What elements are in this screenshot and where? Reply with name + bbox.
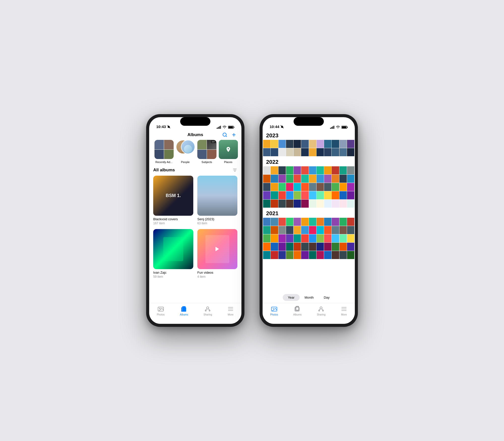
photo-cell[interactable] [271, 191, 278, 199]
photo-cell[interactable] [278, 243, 286, 251]
photo-cell[interactable] [278, 183, 286, 191]
photo-cell[interactable] [286, 183, 293, 191]
album-card-ivan[interactable]: Ivan Zajc 59 item [153, 229, 193, 278]
photo-cell[interactable] [317, 234, 324, 242]
photo-cell[interactable] [263, 243, 270, 251]
photo-cell[interactable] [286, 251, 293, 259]
photo-cell[interactable] [339, 226, 347, 234]
photo-cell[interactable] [332, 234, 339, 242]
photo-cell[interactable] [339, 140, 347, 148]
photo-cell[interactable] [324, 234, 331, 242]
photo-cell[interactable] [347, 234, 354, 242]
photo-cell[interactable] [301, 148, 308, 156]
photo-cell[interactable] [278, 226, 286, 234]
photo-cell[interactable] [339, 218, 347, 226]
photo-cell[interactable] [317, 200, 324, 208]
photo-cell[interactable] [263, 200, 270, 208]
photo-cell[interactable] [278, 234, 286, 242]
time-btn-day[interactable]: Day [319, 294, 335, 301]
photo-cell[interactable] [339, 191, 347, 199]
photo-cell[interactable] [332, 140, 339, 148]
photo-cell[interactable] [309, 234, 316, 242]
photo-cell[interactable] [324, 218, 331, 226]
photo-cell[interactable] [309, 226, 316, 234]
photo-cell[interactable] [278, 166, 286, 174]
photo-cell[interactable] [317, 243, 324, 251]
photo-cell[interactable] [317, 251, 324, 259]
photo-cell[interactable] [271, 251, 278, 259]
photo-cell[interactable] [339, 166, 347, 174]
photo-cell[interactable] [286, 234, 293, 242]
photo-cell[interactable] [271, 226, 278, 234]
photo-cell[interactable] [271, 234, 278, 242]
photo-cell[interactable] [294, 251, 301, 259]
photo-cell[interactable] [339, 200, 347, 208]
tab-photos-left[interactable]: Photos [157, 306, 165, 316]
photo-cell[interactable] [324, 200, 331, 208]
photo-cell[interactable] [324, 183, 331, 191]
photo-cell[interactable] [271, 218, 278, 226]
library-item-subjects[interactable]: 23+ Subjects [196, 140, 217, 164]
photo-cell[interactable] [286, 175, 293, 183]
photo-cell[interactable] [324, 175, 331, 183]
photo-cell[interactable] [278, 218, 286, 226]
photo-cell[interactable] [286, 148, 293, 156]
photo-cell[interactable] [278, 148, 286, 156]
photo-cell[interactable] [309, 183, 316, 191]
photo-cell[interactable] [309, 140, 316, 148]
photo-cell[interactable] [347, 140, 354, 148]
photo-cell[interactable] [271, 166, 278, 174]
photo-cell[interactable] [309, 251, 316, 259]
photo-cell[interactable] [332, 218, 339, 226]
add-button[interactable] [231, 132, 236, 137]
photo-cell[interactable] [278, 200, 286, 208]
album-card-fun[interactable]: Fun videos 4 item [197, 229, 237, 278]
photo-cell[interactable] [263, 140, 270, 148]
photo-cell[interactable] [332, 251, 339, 259]
photo-cell[interactable] [347, 175, 354, 183]
photo-cell[interactable] [301, 140, 308, 148]
photo-cell[interactable] [294, 218, 301, 226]
photo-cell[interactable] [294, 183, 301, 191]
photo-cell[interactable] [271, 140, 278, 148]
tab-albums-right[interactable]: Albums [293, 306, 302, 316]
photo-cell[interactable] [332, 183, 339, 191]
tab-sharing-right[interactable]: Sharing [317, 306, 325, 316]
time-btn-year[interactable]: Year [283, 294, 299, 301]
photo-cell[interactable] [324, 166, 331, 174]
photo-cell[interactable] [294, 148, 301, 156]
photo-cell[interactable] [271, 243, 278, 251]
photo-cell[interactable] [271, 200, 278, 208]
photo-cell[interactable] [347, 251, 354, 259]
photo-cell[interactable] [324, 251, 331, 259]
photo-cell[interactable] [347, 218, 354, 226]
photo-cell[interactable] [324, 243, 331, 251]
photo-cell[interactable] [339, 183, 347, 191]
photo-cell[interactable] [294, 175, 301, 183]
photo-cell[interactable] [317, 191, 324, 199]
photo-cell[interactable] [309, 200, 316, 208]
photo-cell[interactable] [294, 140, 301, 148]
photo-cell[interactable] [294, 226, 301, 234]
photo-cell[interactable] [347, 200, 354, 208]
photo-cell[interactable] [301, 218, 308, 226]
photo-cell[interactable] [309, 148, 316, 156]
photo-cell[interactable] [294, 234, 301, 242]
photo-cell[interactable] [339, 175, 347, 183]
library-item-places[interactable]: Places [217, 140, 239, 164]
photo-cell[interactable] [263, 234, 270, 242]
photo-cell[interactable] [286, 200, 293, 208]
photo-cell[interactable] [309, 175, 316, 183]
photo-cell[interactable] [324, 148, 331, 156]
photo-cell[interactable] [324, 140, 331, 148]
photo-cell[interactable] [317, 183, 324, 191]
photo-cell[interactable] [347, 183, 354, 191]
photo-cell[interactable] [301, 183, 308, 191]
photo-cell[interactable] [309, 191, 316, 199]
tab-albums-left[interactable]: Albums [180, 306, 188, 316]
photo-cell[interactable] [301, 200, 308, 208]
photo-cell[interactable] [286, 218, 293, 226]
photo-cell[interactable] [263, 226, 270, 234]
photo-cell[interactable] [294, 200, 301, 208]
photo-cell[interactable] [317, 175, 324, 183]
